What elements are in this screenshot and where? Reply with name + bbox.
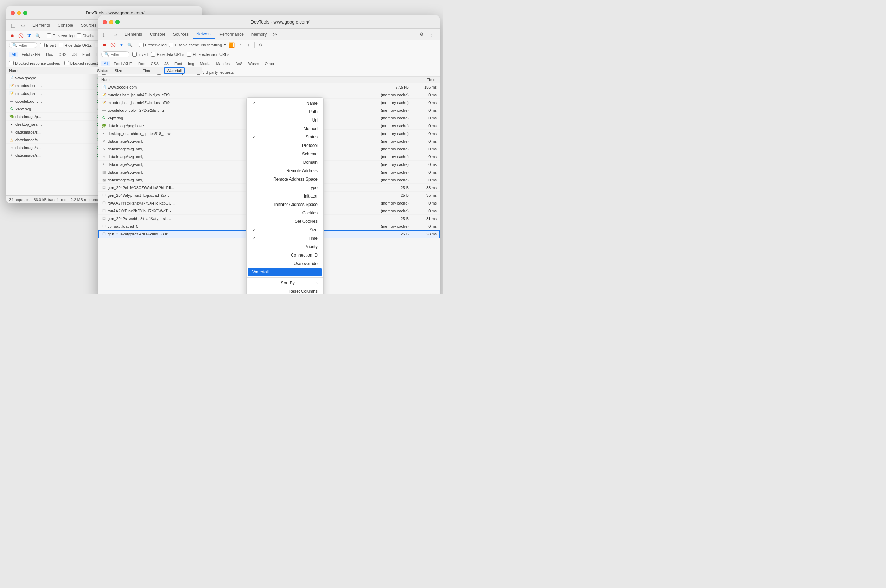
disable-cache-input-1[interactable] (77, 33, 81, 38)
type-media-2[interactable]: Media (197, 61, 213, 66)
type-other-2[interactable]: Other (262, 61, 277, 66)
col-waterfall-header-1[interactable]: Waterfall (164, 69, 199, 73)
tab-sources-2[interactable]: Sources (170, 31, 192, 38)
context-menu[interactable]: Name Path Url Method Status Protocol (246, 98, 323, 294)
ctx-protocol[interactable]: Protocol (247, 141, 323, 150)
hide-data-urls-2[interactable]: Hide data URLs (151, 52, 184, 57)
ctx-priority[interactable]: Priority (247, 243, 323, 251)
tab-memory-2[interactable]: Memory (248, 31, 270, 38)
type-css-2[interactable]: CSS (149, 61, 161, 66)
close-button-2[interactable] (103, 20, 107, 24)
maximize-button-2[interactable] (115, 20, 120, 24)
device-icon[interactable]: ▭ (19, 21, 27, 29)
upload-icon[interactable]: ↑ (237, 42, 243, 48)
ctx-url[interactable]: Url (247, 116, 323, 124)
type-font-1[interactable]: Font (80, 52, 93, 57)
ctx-initiator[interactable]: Initiator (247, 192, 323, 200)
hide-data-urls-1[interactable]: Hide data URLs (59, 43, 92, 48)
type-wasm-2[interactable]: Wasm (246, 61, 262, 66)
clear-button-2[interactable]: 🚫 (110, 42, 116, 48)
invert-checkbox-2[interactable]: Invert (132, 52, 148, 57)
type-all-1[interactable]: All (9, 52, 18, 57)
type-doc-1[interactable]: Doc (44, 52, 56, 57)
search-icon-2[interactable]: 🔍 (126, 42, 133, 48)
blocked-requests-cb-1[interactable]: Blocked requests (65, 61, 100, 65)
throttle-select-2[interactable]: No throttling ▾ (201, 42, 226, 47)
download-icon[interactable]: ↓ (245, 42, 251, 48)
hide-ext-urls-2[interactable]: Hide extension URLs (187, 52, 229, 57)
disable-cache-checkbox-2[interactable]: Disable cache (169, 42, 199, 47)
ctx-set-cookies[interactable]: Set Cookies (247, 217, 323, 226)
invert-input-1[interactable] (40, 43, 45, 48)
ctx-sort-by[interactable]: Sort By › (247, 279, 323, 287)
device-icon-2[interactable]: ▭ (111, 31, 119, 38)
col-name-header-1[interactable]: Name (9, 69, 97, 73)
type-all-2[interactable]: All (101, 61, 110, 66)
col-time-header-1[interactable]: Time (143, 69, 164, 73)
preserve-log-checkbox-1[interactable]: Preserve log (47, 33, 75, 38)
col-status-header-1[interactable]: Status (97, 69, 115, 73)
col-size-header-2[interactable] (365, 78, 407, 82)
type-js-1[interactable]: JS (70, 52, 79, 57)
type-fetch-1[interactable]: Fetch/XHR (19, 52, 43, 57)
disable-cache-input-2[interactable] (169, 42, 173, 47)
tab-network-2[interactable]: Network (193, 30, 215, 39)
ctx-waterfall-highlighted[interactable]: Waterfall (248, 268, 322, 276)
filter-input-1[interactable]: 🔍 Filter (9, 42, 37, 48)
ctx-remote-address-space[interactable]: Remote Address Space (247, 175, 323, 183)
ctx-method[interactable]: Method (247, 124, 323, 133)
tab-console-2[interactable]: Console (146, 31, 169, 38)
filter-icon-1[interactable]: ⧩ (26, 33, 32, 39)
invert-checkbox-1[interactable]: Invert (40, 43, 56, 48)
clear-button-1[interactable]: 🚫 (18, 33, 24, 39)
type-js-2[interactable]: JS (162, 61, 171, 66)
ctx-use-override[interactable]: Use override (247, 260, 323, 268)
tab-performance-2[interactable]: Performance (216, 31, 247, 38)
devtools-window-2[interactable]: DevTools - www.google.com/ ⬚ ▭ Elements … (98, 15, 440, 294)
ctx-size[interactable]: Size (247, 226, 323, 234)
col-name-header-2[interactable]: Name (101, 78, 365, 82)
type-img-2[interactable]: Img (185, 61, 197, 66)
hide-data-urls-input-1[interactable] (59, 43, 63, 48)
preserve-log-checkbox-2[interactable]: Preserve log (139, 42, 167, 47)
tab-sources-1[interactable]: Sources (77, 21, 100, 29)
tab-elements-1[interactable]: Elements (29, 21, 53, 29)
third-party-cb-2[interactable]: 3rd-party requests (196, 70, 233, 75)
ctx-domain[interactable]: Domain (247, 158, 323, 166)
record-button-2[interactable]: ⏺ (101, 42, 108, 48)
settings-icon-2[interactable]: ⚙ (418, 31, 426, 38)
type-font-2[interactable]: Font (172, 61, 185, 66)
wifi-icon[interactable]: 📶 (228, 42, 235, 48)
traffic-lights-2[interactable] (103, 20, 120, 24)
type-fetch-2[interactable]: Fetch/XHR (111, 61, 135, 66)
col-size-header-1[interactable]: Size (115, 69, 143, 73)
cursor-icon-2[interactable]: ⬚ (101, 31, 109, 38)
ctx-cookies[interactable]: Cookies (247, 209, 323, 217)
table-row[interactable]: 📄 www.google.com 77.5 kB 156 ms (98, 83, 440, 91)
minimize-button-2[interactable] (109, 20, 113, 24)
maximize-button-1[interactable] (23, 11, 27, 15)
type-doc-2[interactable]: Doc (136, 61, 148, 66)
type-manifest-2[interactable]: Manifest (214, 61, 233, 66)
ctx-connection-id[interactable]: Connection ID (247, 251, 323, 260)
close-button-1[interactable] (11, 11, 15, 15)
preserve-log-input-1[interactable] (47, 33, 51, 38)
filter-input-2[interactable]: 🔍 Filter (101, 51, 129, 57)
record-button-1[interactable]: ⏺ (9, 33, 15, 39)
filter-icon-2[interactable]: ⧩ (118, 42, 125, 48)
tab-elements-2[interactable]: Elements (121, 31, 146, 38)
ctx-status[interactable]: Status (247, 133, 323, 141)
search-icon-1[interactable]: 🔍 (35, 33, 41, 39)
tab-more-2[interactable]: ≫ (271, 31, 280, 38)
type-ws-2[interactable]: WS (234, 61, 245, 66)
tab-console-1[interactable]: Console (54, 21, 77, 29)
ctx-time[interactable]: Time (247, 234, 323, 243)
ctx-path[interactable]: Path (247, 108, 323, 116)
cursor-icon[interactable]: ⬚ (9, 21, 17, 29)
minimize-button-1[interactable] (17, 11, 21, 15)
gear-icon[interactable]: ⚙ (257, 42, 264, 48)
blocked-response-cb-1[interactable]: Blocked response cookies (9, 61, 60, 65)
more-icon-2[interactable]: ⋮ (428, 31, 435, 38)
preserve-log-input-2[interactable] (139, 42, 143, 47)
ctx-name[interactable]: Name (247, 99, 323, 108)
